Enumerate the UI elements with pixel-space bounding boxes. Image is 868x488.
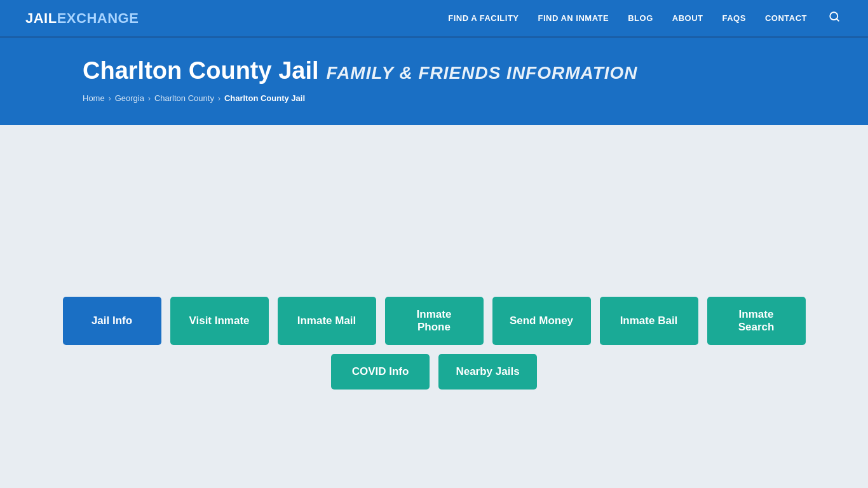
page-title: Charlton County Jail FAMILY & FRIENDS IN… [83, 57, 785, 85]
breadcrumb-sep-2: › [148, 94, 151, 103]
site-header: JAIL EXCHANGE FIND A FACILITY FIND AN IN… [0, 0, 868, 38]
inmate-bail-button[interactable]: Inmate Bail [600, 297, 698, 345]
breadcrumb-sep-3: › [218, 94, 220, 103]
nav-about[interactable]: ABOUT [672, 13, 703, 23]
page-title-sub: FAMILY & FRIENDS INFORMATION [327, 63, 638, 83]
covid-info-button[interactable]: COVID Info [331, 354, 430, 390]
jail-info-button[interactable]: Jail Info [63, 297, 161, 345]
nav-blog[interactable]: BLOG [628, 13, 653, 23]
page-title-main: Charlton County Jail [83, 57, 319, 85]
main-content: Jail Info Visit Inmate Inmate Mail Inmat… [0, 125, 868, 443]
breadcrumb-current: Charlton County Jail [224, 93, 305, 103]
visit-inmate-button[interactable]: Visit Inmate [170, 297, 269, 345]
nav-contact[interactable]: CONTACT [765, 13, 807, 23]
send-money-button[interactable]: Send Money [492, 297, 591, 345]
inmate-phone-button[interactable]: Inmate Phone [385, 297, 484, 345]
breadcrumb-charlton-county[interactable]: Charlton County [154, 93, 214, 103]
inmate-search-button[interactable]: Inmate Search [707, 297, 806, 345]
logo-jail: JAIL [25, 10, 57, 27]
site-logo[interactable]: JAIL EXCHANGE [25, 10, 139, 27]
breadcrumb-home[interactable]: Home [83, 93, 105, 103]
logo-exchange: EXCHANGE [57, 10, 139, 27]
nav-find-inmate[interactable]: FIND AN INMATE [538, 13, 609, 23]
svg-line-1 [836, 18, 838, 20]
main-nav: FIND A FACILITY FIND AN INMATE BLOG ABOU… [448, 8, 843, 28]
breadcrumb-georgia[interactable]: Georgia [115, 93, 144, 103]
breadcrumb-sep-1: › [109, 94, 111, 103]
button-row-1: Jail Info Visit Inmate Inmate Mail Inmat… [63, 297, 806, 345]
breadcrumb: Home › Georgia › Charlton County › Charl… [83, 93, 785, 103]
nav-find-facility[interactable]: FIND A FACILITY [448, 13, 519, 23]
nearby-jails-button[interactable]: Nearby Jails [438, 354, 537, 390]
navigation-buttons: Jail Info Visit Inmate Inmate Mail Inmat… [83, 297, 785, 390]
inmate-mail-button[interactable]: Inmate Mail [278, 297, 376, 345]
button-row-2: COVID Info Nearby Jails [331, 354, 537, 390]
search-icon-button[interactable] [826, 8, 843, 28]
hero-section: Charlton County Jail FAMILY & FRIENDS IN… [0, 38, 868, 125]
nav-faqs[interactable]: FAQs [722, 13, 746, 23]
search-icon [829, 11, 840, 22]
